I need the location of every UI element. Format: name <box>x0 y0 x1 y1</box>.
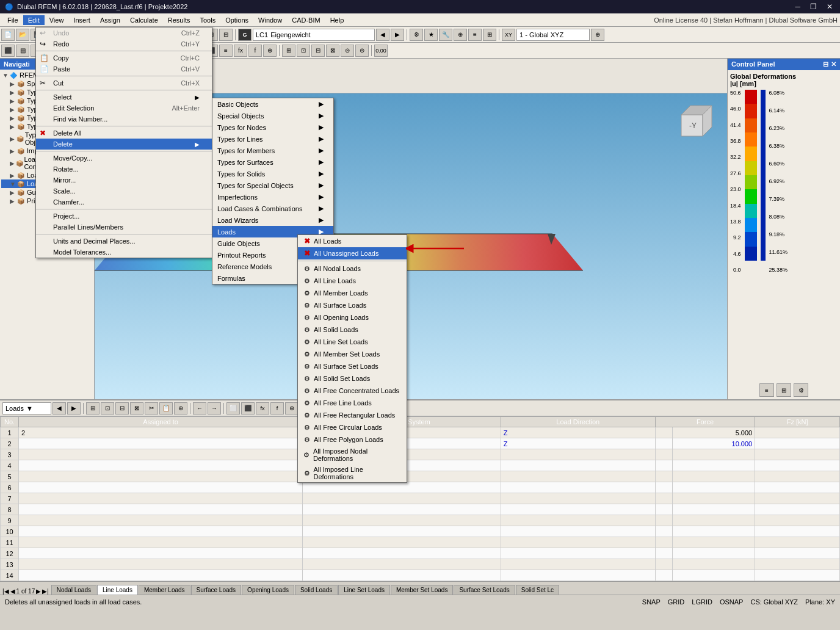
table-row[interactable]: 7 <box>1 493 840 504</box>
menu-redo[interactable]: ↪ Redo Ctrl+Y <box>36 38 212 49</box>
menu-tools[interactable]: Tools <box>195 15 220 25</box>
table-row[interactable]: 10 <box>1 526 840 537</box>
all-surface-loads[interactable]: ⚙ All Surface Loads <box>298 299 407 311</box>
tb-extra-2[interactable]: ★ <box>424 29 438 41</box>
cp-close-btn[interactable]: ✕ <box>831 60 836 68</box>
table-btn-2[interactable]: ⊡ <box>101 402 114 415</box>
all-surface-set-loads[interactable]: ⚙ All Surface Set Loads <box>298 360 407 372</box>
table-btn-10[interactable]: ⬜ <box>226 402 240 415</box>
status-osnap[interactable]: OSNAP <box>720 598 744 606</box>
tb-extra-3[interactable]: 🔧 <box>439 29 452 41</box>
table-row[interactable]: 4 <box>1 460 840 471</box>
table-btn-11[interactable]: ⬛ <box>241 402 255 415</box>
all-free-line[interactable]: ⚙ All Free Line Loads <box>298 397 407 409</box>
table-row[interactable]: 2 1 - Global XYZ Z 10.000 <box>1 438 840 449</box>
delete-imperfections[interactable]: Imperfections ▶ <box>212 191 333 203</box>
all-member-set-loads[interactable]: ⚙ All Member Set Loads <box>298 348 407 360</box>
menu-scale[interactable]: Scale... <box>36 186 212 197</box>
tab-surface-loads[interactable]: Surface Loads <box>191 585 242 595</box>
menu-move-copy[interactable]: Move/Copy... <box>36 153 212 164</box>
table-row[interactable]: 9 <box>1 515 840 526</box>
delete-types-surfaces[interactable]: Types for Surfaces ▶ <box>212 156 333 168</box>
tb-extra-6[interactable]: ⊞ <box>483 29 496 41</box>
all-solid-set-loads[interactable]: ⚙ All Solid Set Loads <box>298 372 407 385</box>
all-opening-loads[interactable]: ⚙ All Opening Loads <box>298 311 407 324</box>
delete-load-wizards[interactable]: Load Wizards ▶ <box>212 214 333 226</box>
view-dropdown[interactable]: 1 - Global XYZ <box>516 29 590 41</box>
menu-edit[interactable]: Edit <box>23 15 45 25</box>
table-btn-8[interactable]: ← <box>193 402 206 415</box>
tb2-16[interactable]: fx <box>234 45 247 57</box>
table-btn-7[interactable]: ⊕ <box>174 402 187 415</box>
cp-btn-3[interactable]: ⚙ <box>794 383 808 397</box>
table-container[interactable]: No. Assigned to Coordinate System Load D… <box>0 416 840 581</box>
menu-units[interactable]: Units and Decimal Places... <box>36 236 212 247</box>
tb2-24[interactable]: ⊜ <box>355 45 369 57</box>
status-lgrid[interactable]: LGRID <box>692 598 712 606</box>
menu-view[interactable]: View <box>45 15 69 25</box>
menu-paste[interactable]: 📄 Paste Ctrl+V <box>36 63 212 74</box>
cp-btn-1[interactable]: ≡ <box>759 383 774 397</box>
menu-cut[interactable]: ✂ Cut Ctrl+X <box>36 78 212 89</box>
lc-next[interactable]: ▶ <box>391 29 404 41</box>
cell-assigned[interactable] <box>19 427 303 438</box>
delete-types-lines[interactable]: Types for Lines ▶ <box>212 133 333 145</box>
tb2-19[interactable]: ⊞ <box>282 45 295 57</box>
page-prev[interactable]: ◀ <box>10 588 15 595</box>
table-row[interactable]: 5 <box>1 471 840 482</box>
tb2-22[interactable]: ⊠ <box>326 45 339 57</box>
loads-table-selector[interactable]: Loads ▼ <box>2 402 51 415</box>
title-bar-controls[interactable]: ─ ❐ ✕ <box>792 2 835 11</box>
close-button[interactable]: ✕ <box>824 2 835 11</box>
status-grid[interactable]: GRID <box>668 598 685 606</box>
tab-member-set-loads[interactable]: Member Set Loads <box>391 585 454 595</box>
tb-extra-7[interactable]: ⊕ <box>591 29 604 41</box>
all-solid-loads[interactable]: ⚙ All Solid Loads <box>298 324 407 336</box>
tb2-25[interactable]: 0.00 <box>374 45 388 57</box>
menu-rotate[interactable]: Rotate... <box>36 164 212 175</box>
table-btn-12[interactable]: ⊕ <box>285 402 299 415</box>
tb2-18[interactable]: ⊕ <box>263 45 277 57</box>
cp-btn-2[interactable]: ⊞ <box>777 383 791 397</box>
menu-copy[interactable]: 📋 Copy Ctrl+C <box>36 52 212 63</box>
view-xy[interactable]: XY <box>502 29 515 41</box>
all-free-rect[interactable]: ⚙ All Free Rectangular Loads <box>298 409 407 421</box>
table-row[interactable]: 8 <box>1 504 840 515</box>
new-button[interactable]: 📄 <box>1 29 15 41</box>
table-row[interactable]: 13 <box>1 559 840 570</box>
page-next[interactable]: ▶ <box>36 588 41 595</box>
all-loads[interactable]: ✖ All Loads <box>298 235 407 247</box>
menu-mirror[interactable]: Mirror... <box>36 175 212 186</box>
status-snap[interactable]: SNAP <box>642 598 661 606</box>
menu-chamfer[interactable]: Chamfer... <box>36 197 212 208</box>
tb2-21[interactable]: ⊟ <box>311 45 325 57</box>
menu-tolerances[interactable]: Model Tolerances... <box>36 247 212 258</box>
all-unassigned-loads[interactable]: ✖ All Unassigned Loads <box>298 247 407 259</box>
menu-results[interactable]: Results <box>163 15 195 25</box>
lc-selector[interactable]: LC1 Eigengewicht <box>253 29 375 41</box>
table-btn-fx[interactable]: fx <box>256 402 269 415</box>
menu-help[interactable]: Help <box>325 15 349 25</box>
delete-types-nodes[interactable]: Types for Nodes ▶ <box>212 121 333 133</box>
all-free-circ[interactable]: ⚙ All Free Circular Loads <box>298 421 407 433</box>
table-row[interactable]: 6 <box>1 482 840 493</box>
all-member-loads[interactable]: ⚙ All Member Loads <box>298 287 407 299</box>
assigned-input[interactable] <box>21 429 300 436</box>
tb2-15[interactable]: ≡ <box>219 45 233 57</box>
menu-cad-bim[interactable]: CAD-BIM <box>287 15 325 25</box>
menu-calculate[interactable]: Calculate <box>125 15 163 25</box>
tab-solid-loads[interactable]: Solid Loads <box>295 585 338 595</box>
tab-opening-loads[interactable]: Opening Loads <box>242 585 294 595</box>
tab-member-loads[interactable]: Member Loads <box>139 585 190 595</box>
all-line-set-loads[interactable]: ⚙ All Line Set Loads <box>298 336 407 348</box>
table-row[interactable]: 12 <box>1 548 840 559</box>
table-row[interactable]: 1 1 - Global XYZ Z 5.000 <box>1 427 840 438</box>
all-line-loads[interactable]: ⚙ All Line Loads <box>298 275 407 287</box>
tb2-1[interactable]: ⬛ <box>1 45 15 57</box>
cp-detach-btn[interactable]: ⊟ <box>823 60 828 68</box>
table-btn-6[interactable]: 📋 <box>159 402 173 415</box>
menu-edit-selection[interactable]: Edit Selection Alt+Enter <box>36 103 212 114</box>
tab-line-loads[interactable]: Line Loads <box>97 585 138 595</box>
table-next[interactable]: ▶ <box>67 402 81 415</box>
tb-extra-1[interactable]: ⚙ <box>410 29 423 41</box>
